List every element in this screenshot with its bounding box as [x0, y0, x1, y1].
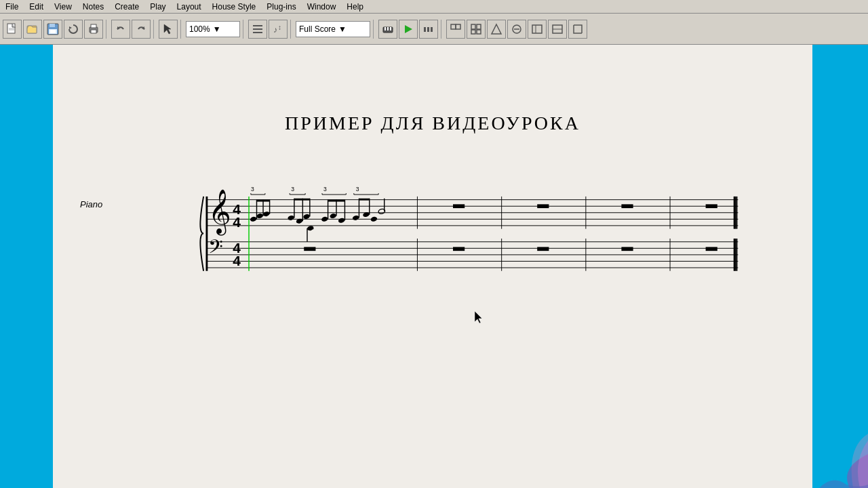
score-tool-3[interactable] — [487, 20, 506, 39]
open-button[interactable] — [23, 20, 42, 39]
svg-marker-34 — [492, 24, 501, 34]
svg-point-97 — [338, 218, 345, 224]
svg-rect-121 — [621, 204, 633, 208]
transpose-button[interactable]: ♪↕ — [269, 20, 288, 39]
svg-marker-85 — [256, 200, 269, 202]
svg-rect-119 — [453, 204, 465, 208]
score-tool-2[interactable] — [467, 20, 486, 39]
svg-rect-31 — [477, 24, 481, 29]
svg-point-81 — [256, 213, 264, 219]
svg-rect-27 — [431, 27, 433, 32]
separator-3 — [180, 20, 183, 39]
separator-5 — [290, 20, 293, 39]
svg-point-100 — [352, 215, 359, 221]
svg-point-95 — [330, 213, 337, 219]
redo-button[interactable] — [132, 20, 151, 39]
score-title: ПРИМЕР ДЛЯ ВИДЕОУРОКА — [53, 113, 812, 134]
svg-rect-21 — [384, 27, 386, 30]
save-button[interactable] — [43, 20, 62, 39]
svg-rect-15 — [253, 25, 262, 26]
menu-housestyle[interactable]: House Style — [207, 1, 262, 12]
svg-text:3: 3 — [251, 186, 254, 192]
menu-play[interactable]: Play — [144, 1, 171, 12]
svg-rect-23 — [390, 27, 391, 30]
instrument-label: Piano — [80, 199, 102, 209]
svg-marker-8 — [69, 26, 72, 29]
svg-rect-123 — [453, 247, 465, 251]
right-sidebar — [812, 45, 868, 488]
svg-point-109 — [307, 225, 314, 231]
svg-marker-14 — [164, 24, 171, 34]
menu-edit[interactable]: Edit — [24, 1, 49, 12]
svg-marker-128 — [475, 311, 482, 323]
score-tool-5[interactable] — [528, 20, 547, 39]
svg-text:𝄞: 𝄞 — [208, 189, 231, 236]
score-tool-1[interactable] — [446, 20, 465, 39]
svg-rect-122 — [706, 204, 717, 208]
score-tool-4[interactable] — [507, 20, 526, 39]
svg-rect-11 — [91, 30, 96, 33]
svg-rect-17 — [253, 32, 262, 33]
zoom-arrow: ▼ — [213, 24, 221, 34]
zoom-value: 100% — [189, 24, 210, 34]
right-decoration — [812, 380, 868, 488]
play-button[interactable] — [399, 20, 418, 39]
svg-text:↕: ↕ — [278, 24, 281, 31]
loop-button[interactable] — [419, 20, 438, 39]
print-button[interactable] — [84, 20, 103, 39]
svg-text:3: 3 — [323, 186, 327, 192]
svg-rect-120 — [537, 204, 549, 208]
select-tool[interactable] — [159, 20, 178, 39]
svg-rect-33 — [477, 30, 481, 34]
score-view-value: Full Score — [299, 24, 336, 34]
svg-text:𝄢: 𝄢 — [208, 236, 223, 262]
mouse-cursor — [475, 311, 486, 322]
main-area: ПРИМЕР ДЛЯ ВИДЕОУРОКА Piano — [0, 45, 868, 488]
layout-button[interactable] — [248, 20, 267, 39]
menu-plugins[interactable]: Plug-ins — [261, 1, 301, 12]
svg-point-93 — [321, 216, 328, 222]
menu-create[interactable]: Create — [109, 1, 144, 12]
svg-rect-5 — [50, 24, 55, 27]
svg-text:3: 3 — [291, 186, 294, 192]
menu-file[interactable]: File — [0, 1, 24, 12]
svg-rect-16 — [253, 28, 262, 30]
menu-view[interactable]: View — [49, 1, 77, 12]
svg-text:4: 4 — [233, 253, 241, 268]
svg-rect-26 — [427, 27, 429, 32]
score-view-dropdown[interactable]: Full Score ▼ — [296, 21, 370, 37]
svg-rect-124 — [537, 247, 549, 251]
music-score-svg: 𝄞 𝄢 4 4 4 4 3 — [161, 180, 745, 271]
separator-6 — [373, 20, 376, 39]
separator-7 — [441, 20, 443, 39]
score-page: ПРИМЕР ДЛЯ ВИДЕОУРОКА Piano — [53, 45, 812, 488]
page-area[interactable]: ПРИМЕР ДЛЯ ВИДЕОУРОКА Piano — [53, 45, 812, 488]
svg-point-79 — [250, 216, 257, 222]
new-button[interactable] — [3, 20, 22, 39]
svg-marker-99 — [328, 200, 345, 202]
undo-button[interactable] — [111, 20, 130, 39]
zoom-dropdown[interactable]: 100% ▼ — [186, 21, 240, 37]
svg-rect-22 — [387, 27, 389, 30]
svg-rect-32 — [471, 30, 475, 34]
midi-button[interactable] — [378, 20, 397, 39]
menu-layout[interactable]: Layout — [172, 1, 207, 12]
reload-button[interactable] — [64, 20, 83, 39]
score-tool-6[interactable] — [548, 20, 567, 39]
svg-rect-10 — [91, 24, 96, 28]
svg-rect-37 — [532, 25, 542, 33]
svg-rect-126 — [706, 247, 717, 251]
svg-rect-30 — [471, 24, 475, 29]
svg-text:4: 4 — [233, 214, 241, 230]
score-tool-7[interactable] — [568, 20, 587, 39]
separator-1 — [106, 20, 108, 39]
menu-help[interactable]: Help — [341, 1, 369, 12]
svg-text:♪: ♪ — [273, 25, 277, 35]
svg-point-104 — [370, 216, 378, 222]
menu-window[interactable]: Window — [302, 1, 342, 12]
svg-point-86 — [288, 215, 295, 221]
menu-notes[interactable]: Notes — [77, 1, 109, 12]
score-area: Piano — [121, 180, 745, 271]
separator-4 — [243, 20, 245, 39]
svg-text:3: 3 — [356, 186, 359, 192]
